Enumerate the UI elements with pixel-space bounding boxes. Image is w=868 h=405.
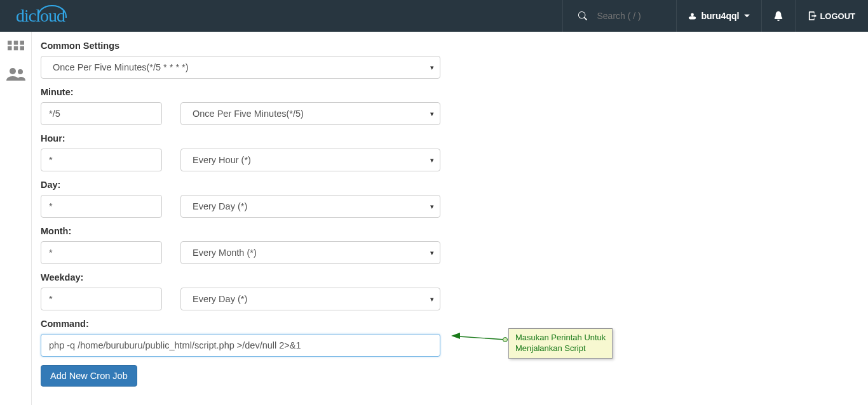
svg-rect-5	[20, 46, 24, 51]
command-input[interactable]	[41, 334, 440, 357]
month-label: Month:	[41, 226, 868, 236]
username-label: buru4qql	[702, 11, 740, 21]
annotation-line1: Masukan Perintah Untuk	[515, 333, 606, 342]
hour-select[interactable]: Every Hour (*)	[180, 149, 440, 171]
bell-icon	[773, 11, 783, 21]
search-icon	[578, 11, 587, 20]
logout-icon	[808, 11, 817, 20]
search-input[interactable]	[597, 11, 661, 21]
hour-label: Hour:	[41, 133, 868, 143]
svg-rect-0	[8, 41, 12, 45]
search-box[interactable]	[562, 0, 676, 32]
day-label: Day:	[41, 180, 868, 190]
logo: dicloud	[16, 6, 65, 26]
day-select[interactable]: Every Day (*)	[180, 195, 440, 218]
minute-select[interactable]: Once Per Five Minutes(*/5)	[180, 102, 440, 125]
svg-rect-3	[8, 46, 12, 51]
common-settings-select[interactable]: Once Per Five Minutes(*/5 * * * *)	[41, 56, 440, 79]
command-label: Command:	[41, 319, 868, 329]
month-select[interactable]: Every Month (*)	[180, 241, 440, 264]
weekday-input[interactable]	[41, 288, 162, 310]
user-menu[interactable]: buru4qql	[676, 0, 762, 32]
weekday-select[interactable]: Every Day (*)	[180, 288, 440, 310]
logout-label: LOGOUT	[820, 11, 855, 21]
grid-icon[interactable]	[8, 41, 24, 56]
svg-point-6	[10, 68, 16, 74]
day-input[interactable]	[41, 195, 162, 218]
svg-rect-2	[20, 41, 24, 45]
svg-rect-1	[13, 41, 18, 45]
users-icon[interactable]	[6, 66, 25, 83]
add-cron-job-button[interactable]: Add New Cron Job	[41, 365, 137, 387]
weekday-label: Weekday:	[41, 272, 868, 282]
minute-label: Minute:	[41, 87, 868, 97]
user-icon	[688, 12, 696, 20]
common-settings-label: Common Settings	[41, 41, 868, 51]
caret-down-icon	[744, 13, 750, 19]
annotation-line2: Menjalankan Script	[515, 343, 586, 353]
svg-rect-4	[13, 46, 18, 51]
topbar: dicloud buru4qql LOGOUT	[0, 0, 868, 32]
annotation-tooltip: Masukan Perintah Untuk Menjalankan Scrip…	[508, 328, 613, 359]
sidebar	[0, 32, 32, 405]
hour-input[interactable]	[41, 149, 162, 171]
svg-point-7	[18, 69, 23, 74]
notifications-button[interactable]	[761, 0, 795, 32]
month-input[interactable]	[41, 241, 162, 264]
content-area: Common Settings Once Per Five Minutes(*/…	[32, 32, 868, 387]
minute-input[interactable]	[41, 102, 162, 125]
logout-button[interactable]: LOGOUT	[795, 0, 868, 32]
